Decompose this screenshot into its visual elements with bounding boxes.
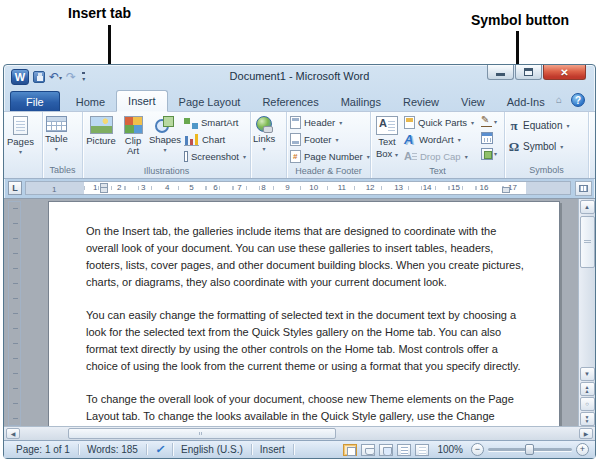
signature-line-button[interactable]: ▾ xyxy=(481,114,497,129)
tab-home[interactable]: Home xyxy=(65,92,116,111)
web-layout-view-button[interactable] xyxy=(379,444,393,456)
horizontal-scrollbar[interactable]: ◀ ▶ xyxy=(4,426,595,440)
tab-add-ins[interactable]: Add-Ins xyxy=(496,92,556,111)
equation-button[interactable]: π Equation ▾ xyxy=(506,114,572,135)
scroll-down-button[interactable]: ▼ xyxy=(580,367,595,381)
drop-cap-icon xyxy=(404,150,417,163)
pages-button[interactable]: Pages ▾ xyxy=(6,114,35,164)
proofing-status-button[interactable]: ✓ xyxy=(147,443,173,456)
date-time-icon xyxy=(481,132,493,144)
zoom-in-icon: + xyxy=(580,445,585,454)
tab-view[interactable]: View xyxy=(450,92,496,111)
picture-icon xyxy=(90,116,113,134)
minimize-ribbon-icon[interactable]: ⌂ xyxy=(556,95,562,105)
screenshot-button[interactable]: Screenshot ▾ xyxy=(182,148,248,165)
word-count-status[interactable]: Words: 185 xyxy=(79,444,147,455)
select-browse-object-button[interactable]: ○ xyxy=(580,397,595,411)
clip-art-button[interactable]: Clip Art xyxy=(118,114,148,165)
scroll-right-button[interactable]: ▶ xyxy=(579,428,593,439)
undo-button[interactable]: ↶▾ xyxy=(49,71,62,84)
smartart-button[interactable]: SmartArt xyxy=(182,114,248,131)
links-globe-icon xyxy=(256,116,272,132)
date-time-button[interactable] xyxy=(481,130,497,145)
symbol-button-callout-label: Symbol button xyxy=(471,12,569,28)
tab-selector-button[interactable]: L xyxy=(8,181,22,195)
qat-dropdown-icon: ▾ xyxy=(82,75,85,82)
browse-next-button[interactable]: ▼▼ xyxy=(580,412,595,426)
object-button[interactable]: ▾ xyxy=(481,146,497,161)
tab-mailings[interactable]: Mailings xyxy=(330,92,392,111)
close-button[interactable]: ✕ xyxy=(543,65,586,80)
vertical-scrollbar[interactable]: ▲ ▼ ▲▲ ○ ▼▼ xyxy=(578,199,595,426)
tab-review[interactable]: Review xyxy=(392,92,450,111)
page-count-status[interactable]: Page: 1 of 1 xyxy=(8,444,79,455)
document-paragraph: To change the overall look of your docum… xyxy=(86,391,529,426)
zoom-out-button[interactable]: − xyxy=(471,443,484,456)
chart-button[interactable]: Chart xyxy=(182,131,248,148)
minimize-button[interactable] xyxy=(487,65,514,80)
right-indent-marker[interactable] xyxy=(502,187,510,193)
header-icon xyxy=(290,116,301,129)
footer-icon xyxy=(290,133,301,146)
header-button[interactable]: Header ▾ xyxy=(288,114,372,131)
tab-references[interactable]: References xyxy=(251,92,329,111)
customize-qat-button[interactable]: ▾ xyxy=(82,72,85,82)
dropdown-icon: ▾ xyxy=(55,146,58,152)
browse-previous-button[interactable]: ▲▲ xyxy=(580,382,595,396)
view-ruler-toggle-button[interactable] xyxy=(575,181,592,196)
dropdown-icon: ▾ xyxy=(494,151,497,157)
quick-parts-button[interactable]: Quick Parts ▾ xyxy=(402,114,478,131)
zoom-slider[interactable] xyxy=(488,448,572,451)
zoom-slider-thumb[interactable] xyxy=(525,444,534,455)
zoom-level[interactable]: 100% xyxy=(433,444,467,455)
insert-mode-status[interactable]: Insert xyxy=(252,444,294,455)
horizontal-scrollbar-thumb[interactable] xyxy=(68,428,336,439)
text-group-label: Text xyxy=(371,165,504,178)
clip-art-icon xyxy=(124,116,143,134)
page-number-button[interactable]: Page Number ▾ xyxy=(288,148,372,165)
footer-button[interactable]: Footer ▾ xyxy=(288,131,372,148)
word-app-icon[interactable]: W xyxy=(11,69,29,85)
restore-button[interactable] xyxy=(515,65,542,80)
tab-insert[interactable]: Insert xyxy=(116,90,168,112)
shapes-button-label: Shapes xyxy=(149,135,181,145)
tab-row-right-controls: ⌂ ? xyxy=(556,93,585,107)
scroll-up-button[interactable]: ▲ xyxy=(580,200,595,214)
print-layout-view-button[interactable] xyxy=(343,444,357,456)
text-box-label-line1: Text xyxy=(378,137,395,147)
outline-view-button[interactable] xyxy=(397,444,411,456)
vertical-scrollbar-thumb[interactable] xyxy=(580,216,595,268)
title-bar[interactable]: Document1 - Microsoft Word W ↶▾ ↷ ▾ ✕ xyxy=(4,65,595,89)
tab-page-layout[interactable]: Page Layout xyxy=(168,92,252,111)
help-button[interactable]: ? xyxy=(571,93,585,107)
left-indent-marker[interactable] xyxy=(100,187,108,193)
save-icon[interactable] xyxy=(33,71,45,83)
minimize-icon xyxy=(496,73,505,76)
scroll-left-button[interactable]: ◀ xyxy=(6,428,20,439)
table-button[interactable]: Table ▾ xyxy=(44,114,69,164)
text-box-button[interactable]: Text Box ▾ xyxy=(372,114,402,165)
links-button[interactable]: Links ▾ xyxy=(252,114,276,164)
symbol-button[interactable]: Ω Symbol ▾ xyxy=(506,135,572,156)
wordart-button[interactable]: WordArt ▾ xyxy=(402,131,478,148)
tab-file[interactable]: File xyxy=(10,91,60,111)
language-status[interactable]: English (U.S.) xyxy=(173,444,252,455)
drop-cap-button[interactable]: Drop Cap ▾ xyxy=(402,148,478,165)
shapes-icon xyxy=(155,116,175,133)
full-screen-reading-view-button[interactable] xyxy=(361,444,375,456)
picture-button[interactable]: Picture xyxy=(84,114,118,165)
insert-tab-callout-label: Insert tab xyxy=(68,5,131,21)
redo-button[interactable]: ↷ xyxy=(66,71,76,83)
draft-view-button[interactable] xyxy=(415,444,429,456)
ruler-number: 9 xyxy=(284,184,290,192)
dropdown-icon: ▾ xyxy=(395,152,398,158)
zoom-in-button[interactable]: + xyxy=(576,443,589,456)
shapes-button[interactable]: Shapes ▾ xyxy=(148,114,182,165)
chart-icon xyxy=(184,133,199,146)
screenshot-icon xyxy=(184,151,188,162)
ruler-number: 15 xyxy=(450,184,461,192)
word-window: Document1 - Microsoft Word W ↶▾ ↷ ▾ ✕ Fi… xyxy=(3,64,596,459)
footer-button-label: Footer xyxy=(304,134,331,145)
redo-icon: ↷ xyxy=(66,70,76,84)
document-page[interactable]: On the Insert tab, the galleries include… xyxy=(48,201,560,426)
